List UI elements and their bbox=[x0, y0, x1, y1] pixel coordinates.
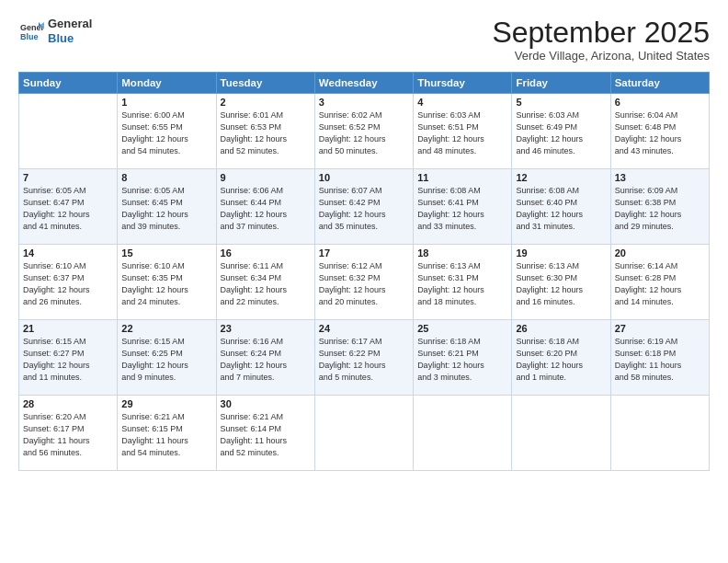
calendar-cell: 19Sunrise: 6:13 AMSunset: 6:30 PMDayligh… bbox=[512, 245, 610, 320]
title-block: September 2025 Verde Village, Arizona, U… bbox=[492, 17, 710, 63]
day-info: Sunrise: 6:18 AMSunset: 6:20 PMDaylight:… bbox=[516, 336, 606, 384]
calendar-cell: 8Sunrise: 6:05 AMSunset: 6:45 PMDaylight… bbox=[118, 169, 216, 245]
day-info: Sunrise: 6:19 AMSunset: 6:18 PMDaylight:… bbox=[615, 336, 705, 384]
day-number: 13 bbox=[615, 172, 705, 183]
day-number: 5 bbox=[516, 97, 606, 108]
day-info: Sunrise: 6:06 AMSunset: 6:44 PMDaylight:… bbox=[221, 185, 311, 233]
calendar-cell: 1Sunrise: 6:00 AMSunset: 6:55 PMDaylight… bbox=[118, 94, 216, 169]
logo-line1: General bbox=[48, 17, 92, 31]
day-info: Sunrise: 6:08 AMSunset: 6:40 PMDaylight:… bbox=[516, 185, 606, 233]
day-info: Sunrise: 6:20 AMSunset: 6:17 PMDaylight:… bbox=[23, 411, 113, 459]
day-number: 23 bbox=[221, 323, 311, 334]
calendar-cell: 9Sunrise: 6:06 AMSunset: 6:44 PMDaylight… bbox=[216, 169, 314, 245]
day-info: Sunrise: 6:03 AMSunset: 6:49 PMDaylight:… bbox=[516, 109, 606, 157]
day-number: 14 bbox=[23, 247, 113, 259]
calendar-cell bbox=[414, 396, 512, 471]
svg-text:General: General bbox=[20, 23, 44, 32]
day-info: Sunrise: 6:21 AMSunset: 6:15 PMDaylight:… bbox=[121, 411, 211, 459]
day-info: Sunrise: 6:10 AMSunset: 6:35 PMDaylight:… bbox=[121, 260, 211, 308]
day-number: 22 bbox=[121, 323, 211, 334]
calendar-cell: 21Sunrise: 6:15 AMSunset: 6:27 PMDayligh… bbox=[19, 320, 118, 396]
calendar-cell: 11Sunrise: 6:08 AMSunset: 6:41 PMDayligh… bbox=[414, 169, 512, 245]
day-number: 25 bbox=[417, 323, 507, 334]
day-number: 30 bbox=[221, 398, 311, 409]
day-info: Sunrise: 6:00 AMSunset: 6:55 PMDaylight:… bbox=[121, 109, 211, 157]
day-number: 20 bbox=[615, 247, 705, 259]
day-info: Sunrise: 6:18 AMSunset: 6:21 PMDaylight:… bbox=[417, 336, 507, 384]
calendar-cell: 6Sunrise: 6:04 AMSunset: 6:48 PMDaylight… bbox=[610, 94, 709, 169]
weekday-header-tuesday: Tuesday bbox=[216, 73, 314, 94]
day-number: 17 bbox=[319, 247, 409, 259]
day-info: Sunrise: 6:13 AMSunset: 6:30 PMDaylight:… bbox=[516, 260, 606, 308]
calendar-cell: 20Sunrise: 6:14 AMSunset: 6:28 PMDayligh… bbox=[610, 245, 709, 320]
day-info: Sunrise: 6:07 AMSunset: 6:42 PMDaylight:… bbox=[319, 185, 409, 233]
month-title: September 2025 bbox=[492, 17, 710, 49]
day-number: 10 bbox=[319, 172, 409, 183]
calendar-cell: 2Sunrise: 6:01 AMSunset: 6:53 PMDaylight… bbox=[216, 94, 314, 169]
day-number: 19 bbox=[516, 247, 606, 259]
calendar-cell: 28Sunrise: 6:20 AMSunset: 6:17 PMDayligh… bbox=[19, 396, 118, 471]
calendar-cell: 30Sunrise: 6:21 AMSunset: 6:14 PMDayligh… bbox=[216, 396, 314, 471]
calendar-cell: 4Sunrise: 6:03 AMSunset: 6:51 PMDaylight… bbox=[414, 94, 512, 169]
calendar-cell: 7Sunrise: 6:05 AMSunset: 6:47 PMDaylight… bbox=[19, 169, 118, 245]
weekday-header-thursday: Thursday bbox=[414, 73, 512, 94]
day-info: Sunrise: 6:17 AMSunset: 6:22 PMDaylight:… bbox=[319, 336, 409, 384]
calendar-cell: 13Sunrise: 6:09 AMSunset: 6:38 PMDayligh… bbox=[610, 169, 709, 245]
day-number: 29 bbox=[121, 398, 211, 409]
day-number: 3 bbox=[319, 97, 409, 108]
day-info: Sunrise: 6:09 AMSunset: 6:38 PMDaylight:… bbox=[615, 185, 705, 233]
calendar-cell: 5Sunrise: 6:03 AMSunset: 6:49 PMDaylight… bbox=[512, 94, 610, 169]
day-info: Sunrise: 6:05 AMSunset: 6:47 PMDaylight:… bbox=[23, 185, 113, 233]
logo-line2: Blue bbox=[48, 31, 92, 46]
svg-text:Blue: Blue bbox=[20, 32, 39, 41]
day-number: 8 bbox=[121, 172, 211, 183]
day-number: 7 bbox=[23, 172, 113, 183]
day-info: Sunrise: 6:11 AMSunset: 6:34 PMDaylight:… bbox=[221, 260, 311, 308]
logo: General Blue General Blue bbox=[18, 17, 92, 45]
calendar-cell: 27Sunrise: 6:19 AMSunset: 6:18 PMDayligh… bbox=[610, 320, 709, 396]
day-info: Sunrise: 6:08 AMSunset: 6:41 PMDaylight:… bbox=[417, 185, 507, 233]
calendar-cell: 22Sunrise: 6:15 AMSunset: 6:25 PMDayligh… bbox=[118, 320, 216, 396]
day-info: Sunrise: 6:21 AMSunset: 6:14 PMDaylight:… bbox=[221, 411, 311, 459]
day-info: Sunrise: 6:05 AMSunset: 6:45 PMDaylight:… bbox=[121, 185, 211, 233]
day-info: Sunrise: 6:14 AMSunset: 6:28 PMDaylight:… bbox=[615, 260, 705, 308]
day-number: 6 bbox=[615, 97, 705, 108]
calendar-cell: 24Sunrise: 6:17 AMSunset: 6:22 PMDayligh… bbox=[314, 320, 413, 396]
day-info: Sunrise: 6:16 AMSunset: 6:24 PMDaylight:… bbox=[221, 336, 311, 384]
day-number: 27 bbox=[615, 323, 705, 334]
day-info: Sunrise: 6:10 AMSunset: 6:37 PMDaylight:… bbox=[23, 260, 113, 308]
day-number: 18 bbox=[417, 247, 507, 259]
day-number: 1 bbox=[121, 97, 211, 108]
location: Verde Village, Arizona, United States bbox=[492, 49, 710, 63]
calendar-cell: 23Sunrise: 6:16 AMSunset: 6:24 PMDayligh… bbox=[216, 320, 314, 396]
calendar-cell bbox=[512, 396, 610, 471]
calendar-cell: 3Sunrise: 6:02 AMSunset: 6:52 PMDaylight… bbox=[314, 94, 413, 169]
calendar-cell: 14Sunrise: 6:10 AMSunset: 6:37 PMDayligh… bbox=[19, 245, 118, 320]
weekday-header-friday: Friday bbox=[512, 73, 610, 94]
weekday-header-sunday: Sunday bbox=[19, 73, 118, 94]
calendar-cell: 29Sunrise: 6:21 AMSunset: 6:15 PMDayligh… bbox=[118, 396, 216, 471]
calendar-cell bbox=[19, 94, 118, 169]
day-info: Sunrise: 6:02 AMSunset: 6:52 PMDaylight:… bbox=[319, 109, 409, 157]
day-info: Sunrise: 6:04 AMSunset: 6:48 PMDaylight:… bbox=[615, 109, 705, 157]
day-number: 11 bbox=[417, 172, 507, 183]
day-number: 28 bbox=[23, 398, 113, 409]
calendar-cell: 26Sunrise: 6:18 AMSunset: 6:20 PMDayligh… bbox=[512, 320, 610, 396]
calendar-table: SundayMondayTuesdayWednesdayThursdayFrid… bbox=[18, 72, 710, 471]
day-number: 16 bbox=[221, 247, 311, 259]
day-number: 26 bbox=[516, 323, 606, 334]
calendar-cell bbox=[314, 396, 413, 471]
day-info: Sunrise: 6:01 AMSunset: 6:53 PMDaylight:… bbox=[221, 109, 311, 157]
weekday-header-monday: Monday bbox=[118, 73, 216, 94]
calendar-cell: 16Sunrise: 6:11 AMSunset: 6:34 PMDayligh… bbox=[216, 245, 314, 320]
calendar-cell: 25Sunrise: 6:18 AMSunset: 6:21 PMDayligh… bbox=[414, 320, 512, 396]
day-number: 21 bbox=[23, 323, 113, 334]
calendar-cell bbox=[610, 396, 709, 471]
day-info: Sunrise: 6:03 AMSunset: 6:51 PMDaylight:… bbox=[417, 109, 507, 157]
calendar-cell: 17Sunrise: 6:12 AMSunset: 6:32 PMDayligh… bbox=[314, 245, 413, 320]
calendar-cell: 12Sunrise: 6:08 AMSunset: 6:40 PMDayligh… bbox=[512, 169, 610, 245]
day-info: Sunrise: 6:15 AMSunset: 6:27 PMDaylight:… bbox=[23, 336, 113, 384]
day-info: Sunrise: 6:12 AMSunset: 6:32 PMDaylight:… bbox=[319, 260, 409, 308]
day-number: 15 bbox=[121, 247, 211, 259]
day-number: 9 bbox=[221, 172, 311, 183]
